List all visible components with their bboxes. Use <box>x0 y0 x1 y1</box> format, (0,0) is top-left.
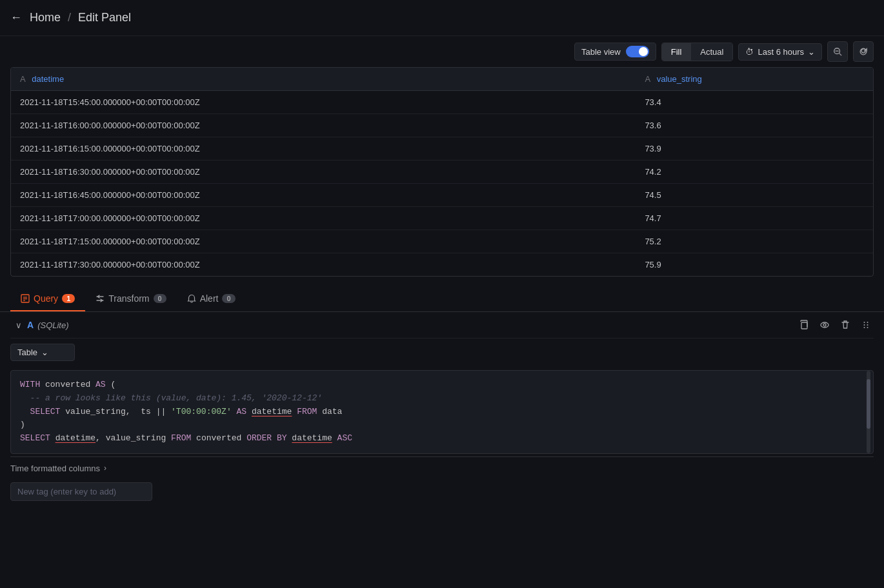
tab-alert-label: Alert <box>200 293 219 304</box>
breadcrumb-separator: / <box>68 11 71 24</box>
code-line4: ) <box>20 418 864 432</box>
clock-icon: ⏱ <box>745 47 754 57</box>
table-row: 2021-11-18T15:45:00.000000+00:00T00:00:0… <box>11 91 873 114</box>
time-range-label: Last 6 hours <box>758 47 804 57</box>
tab-query-badge: 1 <box>62 294 75 303</box>
tabs-bar: Query 1 Transform 0 Alert 0 <box>0 287 884 312</box>
trash-icon <box>840 320 850 330</box>
toggle-visibility-button[interactable] <box>817 317 832 333</box>
table-row: 2021-11-18T16:15:00.000000+00:00T00:00:0… <box>11 137 873 161</box>
zoom-out-icon <box>833 46 842 57</box>
data-table-container: A datetime A value_string 2021-11-18T15:… <box>10 67 874 277</box>
table-view-toggle[interactable]: Table view <box>574 43 656 61</box>
table-row: 2021-11-18T17:15:00.000000+00:00T00:00:0… <box>11 230 873 253</box>
svg-rect-7 <box>801 322 807 329</box>
tab-transform-label: Transform <box>108 293 149 304</box>
cell-value: 73.4 <box>636 91 873 114</box>
tag-input[interactable] <box>10 482 152 501</box>
tab-transform[interactable]: Transform 0 <box>85 287 176 311</box>
cell-value: 74.5 <box>636 184 873 207</box>
alert-icon <box>187 294 196 303</box>
table-dropdown[interactable]: Table ⌄ <box>10 344 75 361</box>
code-line2: -- a row looks like this (value, date): … <box>20 392 864 406</box>
tab-alert[interactable]: Alert 0 <box>177 287 246 311</box>
delete-query-button[interactable] <box>838 317 853 333</box>
table-row: 2021-11-18T17:30:00.000000+00:00T00:00:0… <box>11 253 873 277</box>
scrollbar-thumb <box>867 379 870 429</box>
breadcrumb: Home / Edit Panel <box>30 11 131 24</box>
tab-query[interactable]: Query 1 <box>10 287 85 311</box>
transform-icon <box>95 294 105 303</box>
svg-point-9 <box>823 324 826 326</box>
cell-value: 75.9 <box>636 253 873 277</box>
svg-point-13 <box>867 322 869 323</box>
breadcrumb-page: Edit Panel <box>78 11 131 24</box>
chevron-down-icon: ⌄ <box>808 47 815 57</box>
refresh-button[interactable] <box>853 41 874 62</box>
svg-point-10 <box>864 322 865 323</box>
cell-value: 74.7 <box>636 207 873 230</box>
copy-query-button[interactable] <box>796 317 812 333</box>
svg-point-15 <box>867 327 869 328</box>
table-view-label: Table view <box>581 47 621 57</box>
cell-value: 74.2 <box>636 161 873 184</box>
cell-datetime: 2021-11-18T17:30:00.000000+00:00T00:00:0… <box>11 253 636 277</box>
tab-query-label: Query <box>34 293 58 304</box>
cell-value: 75.2 <box>636 230 873 253</box>
query-header-row: ∨ A (SQLite) <box>10 312 874 338</box>
svg-point-11 <box>864 324 865 326</box>
time-formatted-label: Time formatted columns <box>10 464 100 473</box>
header: ← Home / Edit Panel <box>0 0 884 36</box>
drag-icon <box>861 320 871 330</box>
table-row: 2021-11-18T16:45:00.000000+00:00T00:00:0… <box>11 184 873 207</box>
table-view-switch[interactable] <box>626 46 649 57</box>
zoom-out-button[interactable] <box>827 41 848 62</box>
time-range-picker[interactable]: ⏱ Last 6 hours ⌄ <box>738 43 822 61</box>
query-section: ∨ A (SQLite) <box>10 312 874 506</box>
table-row: 2021-11-18T17:00:00.000000+00:00T00:00:0… <box>11 207 873 230</box>
svg-point-8 <box>821 322 829 328</box>
back-button[interactable]: ← <box>10 11 22 24</box>
table-dropdown-label: Table <box>17 348 37 357</box>
col-datetime-label: datetime <box>32 74 64 84</box>
svg-point-12 <box>864 327 865 328</box>
code-editor[interactable]: WITH converted AS ( -- a row looks like … <box>10 370 874 454</box>
fill-button[interactable]: Fill <box>662 43 692 61</box>
toolbar: Table view Fill Actual ⏱ Last 6 hours ⌄ <box>0 36 884 67</box>
drag-handle[interactable] <box>858 317 874 333</box>
table-row: 2021-11-18T16:00:00.000000+00:00T00:00:0… <box>11 114 873 137</box>
svg-line-1 <box>839 54 842 56</box>
cell-datetime: 2021-11-18T16:45:00.000000+00:00T00:00:0… <box>11 184 636 207</box>
chevron-right-icon: › <box>104 464 106 473</box>
cell-datetime: 2021-11-18T16:30:00.000000+00:00T00:00:0… <box>11 161 636 184</box>
query-actions <box>796 317 874 333</box>
query-label: A <box>27 320 34 330</box>
cell-value: 73.6 <box>636 114 873 137</box>
tab-alert-badge: 0 <box>222 294 235 303</box>
copy-icon <box>799 320 809 330</box>
table-selector: Table ⌄ <box>10 338 874 366</box>
cell-value: 73.9 <box>636 137 873 161</box>
actual-button[interactable]: Actual <box>691 43 732 61</box>
svg-point-14 <box>867 324 869 326</box>
tab-transform-badge: 0 <box>154 294 166 303</box>
col-value-label: value_string <box>657 74 702 84</box>
cell-datetime: 2021-11-18T17:15:00.000000+00:00T00:00:0… <box>11 230 636 253</box>
fill-actual-group: Fill Actual <box>661 43 734 61</box>
eye-icon <box>819 320 830 330</box>
col-type-icon: A <box>20 74 26 84</box>
data-table: A datetime A value_string 2021-11-18T15:… <box>11 68 873 276</box>
code-line3: SELECT value_string, ts || 'T00:00:00Z' … <box>20 406 864 419</box>
query-datasource: (SQLite) <box>37 320 68 330</box>
scrollbar[interactable] <box>867 371 870 453</box>
cell-datetime: 2021-11-18T16:00:00.000000+00:00T00:00:0… <box>11 114 636 137</box>
breadcrumb-home[interactable]: Home <box>30 11 61 24</box>
table-row: 2021-11-18T16:30:00.000000+00:00T00:00:0… <box>11 161 873 184</box>
code-line1: WITH converted AS ( <box>20 378 864 392</box>
col-value-header: A value_string <box>636 68 873 91</box>
col-datetime-header: A datetime <box>11 68 636 91</box>
col-type-icon2: A <box>645 74 650 84</box>
collapse-button[interactable]: ∨ <box>10 320 27 330</box>
time-formatted-row[interactable]: Time formatted columns › <box>10 456 874 480</box>
cell-datetime: 2021-11-18T17:00:00.000000+00:00T00:00:0… <box>11 207 636 230</box>
